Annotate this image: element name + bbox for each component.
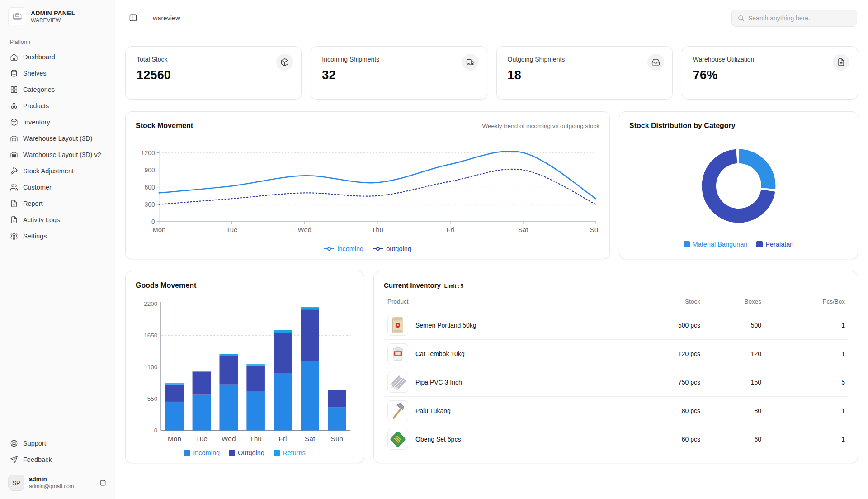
search-input[interactable] — [748, 14, 851, 22]
file-chart-icon — [10, 200, 18, 208]
lifebuoy-icon — [10, 439, 18, 447]
stats-row: Total Stock 12560 Incoming Shipments 32 … — [125, 46, 858, 100]
sidebar-item-report[interactable]: Report — [6, 195, 108, 211]
table-row: Obeng Set 6pcs 60 pcs 60 1 — [384, 425, 848, 454]
legend-label: outgoing — [386, 245, 411, 252]
user-meta: admin admin@gmail.com — [29, 475, 74, 490]
stat-label: Incoming Shipments — [322, 56, 476, 63]
column-boxes: Boxes — [700, 298, 761, 305]
stat-value: 12560 — [137, 68, 290, 82]
product-name: Obeng Set 6pcs — [415, 436, 461, 443]
product-thumbnail-pvc-pipes — [387, 372, 408, 393]
goods-movement-legend: IncomingOutgoingReturns — [136, 449, 354, 456]
svg-text:900: 900 — [145, 166, 155, 174]
gear-icon — [10, 232, 18, 240]
pcs-box-cell: 1 — [761, 350, 845, 357]
sidebar-item-label: Report — [23, 200, 43, 207]
stock-movement-title: Stock Movement — [136, 122, 193, 130]
svg-text:Wed: Wed — [222, 434, 236, 442]
product-thumbnail-screwdriver-set — [387, 429, 408, 450]
sidebar-toggle-icon[interactable] — [126, 11, 140, 25]
warehouse-logo-icon — [8, 7, 26, 25]
sidebar-nav: DashboardShelvesCategoriesProductsInvent… — [6, 49, 108, 244]
expand-icon[interactable] — [99, 479, 107, 487]
legend-swatch — [184, 450, 190, 456]
brand-text: ADMIN PANEL WAREVIEW. — [31, 10, 75, 24]
product-cell: Cat Tembok 10kg — [387, 343, 632, 364]
topbar-divider — [146, 14, 146, 22]
legend-label: Material Bangunan — [693, 241, 748, 248]
inventory-table-header: Product Stock Boxes Pcs/Box — [384, 292, 848, 311]
user-menu[interactable]: SP admin admin@gmail.com — [6, 471, 108, 494]
sidebar-item-categories[interactable]: Categories — [6, 81, 108, 97]
stat-card-total-stock: Total Stock 12560 — [125, 46, 302, 100]
stock-cell: 500 pcs — [632, 322, 700, 329]
stock-distribution-legend: Material BangunanPeralatan — [629, 241, 848, 248]
boxes-cell: 80 — [700, 407, 761, 414]
sidebar-item-activity-logs[interactable]: Activity Logs — [6, 212, 108, 228]
sidebar-item-label: Categories — [23, 86, 55, 93]
sidebar-item-inventory[interactable]: Inventory — [6, 114, 108, 130]
legend-item-material-bangunan: Material Bangunan — [684, 241, 748, 248]
stock-movement-card: Stock Movement Weekly trend of incoming … — [125, 111, 610, 259]
pcs-box-cell: 1 — [761, 322, 845, 329]
legend-marker — [373, 247, 383, 251]
package-icon — [10, 118, 18, 126]
sidebar-section-label: Platform — [6, 39, 108, 45]
boxes-cell: 120 — [700, 350, 761, 357]
sidebar-item-settings[interactable]: Settings — [6, 228, 108, 244]
search-box[interactable] — [731, 10, 857, 27]
svg-text:Tue: Tue — [196, 434, 208, 442]
sidebar-item-warehouse-layout-3d[interactable]: Warehouse Layout (3D) — [6, 130, 108, 146]
sidebar-item-shelves[interactable]: Shelves — [6, 65, 108, 81]
sidebar-item-label: Warehouse Layout (3D) v2 — [23, 151, 101, 158]
legend-swatch — [229, 450, 235, 456]
main-area: wareview Total Stock 12560 Incoming Ship… — [115, 0, 868, 499]
inventory-limit-badge: Limit : 5 — [444, 283, 463, 289]
stock-distribution-chart — [690, 137, 788, 235]
table-row: Semen Portland 50kg 500 pcs 500 1 — [384, 311, 848, 340]
stock-cell: 60 pcs — [632, 436, 700, 443]
svg-text:2200: 2200 — [144, 300, 157, 307]
legend-item-incoming: Incoming — [184, 449, 220, 456]
database-icon — [10, 69, 18, 77]
sidebar-item-label: Shelves — [23, 70, 47, 77]
svg-text:Fri: Fri — [446, 226, 454, 233]
legend-item-outgoing: outgoing — [373, 245, 411, 252]
sidebar-item-feedback[interactable]: Feedback — [6, 451, 108, 467]
goods-movement-chart: 0550110016502200MonTueWedThuFriSatSun — [136, 297, 354, 447]
svg-text:1200: 1200 — [141, 149, 155, 157]
user-email: admin@gmail.com — [29, 483, 74, 490]
legend-item-incoming: incoming — [324, 245, 363, 252]
sidebar-item-label: Customer — [23, 184, 52, 191]
user-name: admin — [29, 475, 74, 483]
pcs-box-cell: 1 — [761, 407, 845, 414]
column-stock: Stock — [632, 298, 700, 305]
donut-wrap — [629, 133, 848, 239]
product-name: Cat Tembok 10kg — [415, 350, 465, 357]
legend-label: Incoming — [193, 449, 220, 456]
stock-movement-subtitle: Weekly trend of incoming vs outgoing sto… — [482, 123, 599, 129]
column-product: Product — [387, 298, 632, 305]
svg-text:550: 550 — [147, 395, 158, 402]
legend-label: Peralatan — [765, 241, 793, 248]
sidebar-item-dashboard[interactable]: Dashboard — [6, 49, 108, 65]
svg-text:Sat: Sat — [518, 226, 528, 233]
file-text-icon — [833, 54, 849, 71]
send-icon — [10, 456, 18, 464]
sidebar-item-stock-adjustment[interactable]: Stock Adjustment — [6, 163, 108, 179]
sidebar-item-products[interactable]: Products — [6, 98, 108, 114]
svg-text:1650: 1650 — [144, 332, 157, 339]
sidebar-item-label: Stock Adjustment — [23, 167, 74, 175]
sidebar-item-warehouse-layout-3d-v2[interactable]: Warehouse Layout (3D) v2 — [6, 147, 108, 162]
sidebar-item-label: Warehouse Layout (3D) — [23, 135, 92, 142]
app-root: ADMIN PANEL WAREVIEW. Platform Dashboard… — [0, 0, 868, 499]
boxes-cell: 60 — [700, 436, 761, 443]
sidebar-item-customer[interactable]: Customer — [6, 179, 108, 195]
stat-label: Warehouse Utilization — [693, 56, 847, 63]
table-row: Cat Tembok 10kg 120 pcs 120 1 — [384, 340, 848, 368]
stat-label: Total Stock — [137, 56, 290, 63]
topbar: wareview — [115, 0, 868, 36]
legend-item-returns: Returns — [274, 449, 306, 456]
sidebar-item-support[interactable]: Support — [6, 435, 108, 451]
